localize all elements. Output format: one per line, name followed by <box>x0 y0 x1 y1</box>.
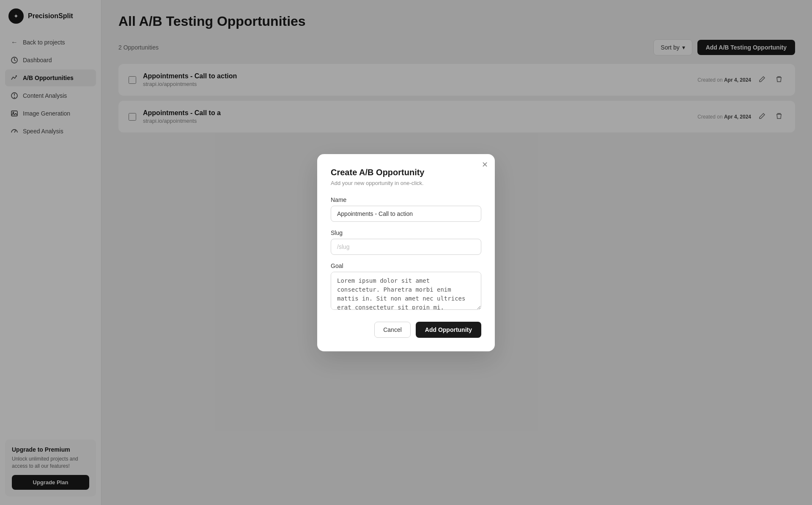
modal-close-button[interactable]: ✕ <box>482 161 488 168</box>
goal-field-group: Goal Lorem ipsum dolor sit amet consecte… <box>331 262 481 312</box>
name-input[interactable] <box>331 206 481 222</box>
create-modal: ✕ Create A/B Opportunity Add your new op… <box>317 154 495 351</box>
modal-title: Create A/B Opportunity <box>331 168 481 177</box>
slug-input[interactable] <box>331 239 481 255</box>
name-label: Name <box>331 196 481 203</box>
goal-label: Goal <box>331 262 481 269</box>
modal-overlay[interactable]: ✕ Create A/B Opportunity Add your new op… <box>0 0 812 505</box>
modal-actions: Cancel Add Opportunity <box>331 322 481 338</box>
cancel-button[interactable]: Cancel <box>374 322 411 338</box>
modal-subtitle: Add your new opportunity in one-click. <box>331 180 481 186</box>
slug-label: Slug <box>331 229 481 236</box>
slug-field-group: Slug <box>331 229 481 255</box>
goal-textarea[interactable]: Lorem ipsum dolor sit amet consectetur. … <box>331 272 481 310</box>
add-opportunity-button[interactable]: Add Opportunity <box>416 322 481 338</box>
name-field-group: Name <box>331 196 481 222</box>
